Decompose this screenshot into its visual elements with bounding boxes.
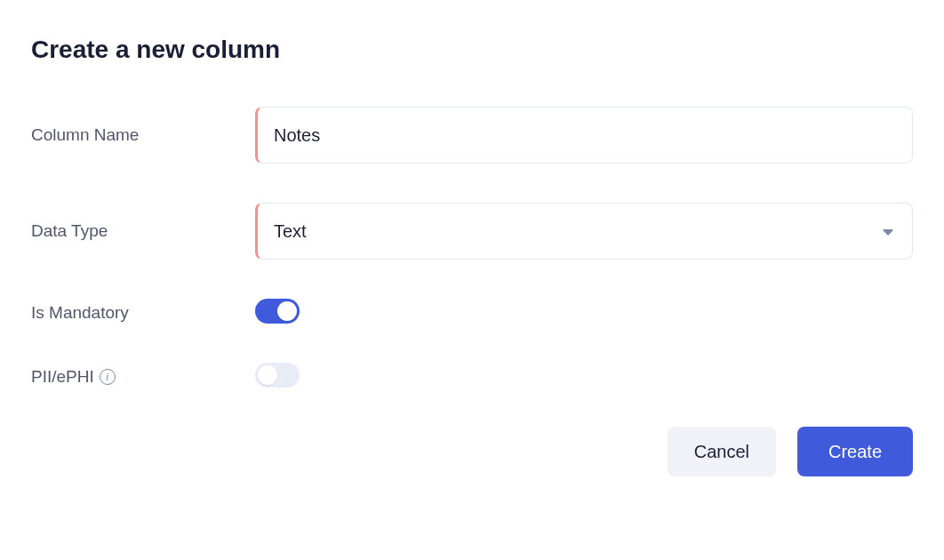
data-type-select[interactable]: Text [255,203,913,260]
toggle-knob [277,301,297,321]
info-icon[interactable]: i [100,369,116,385]
data-type-value: Text [274,221,307,242]
is-mandatory-label: Is Mandatory [31,303,255,323]
is-mandatory-toggle[interactable] [255,299,300,324]
page-title: Create a new column [31,36,913,64]
column-name-row: Column Name [31,107,913,164]
cancel-button[interactable]: Cancel [668,427,776,476]
pii-ephi-label-text: PII/ePHI [31,367,94,387]
data-type-row: Data Type Text [31,203,913,260]
column-name-input[interactable] [255,107,913,164]
data-type-label: Data Type [31,221,255,241]
pii-ephi-label: PII/ePHI i [31,367,255,387]
toggle-knob [258,365,277,385]
column-name-label: Column Name [31,125,255,145]
pii-ephi-toggle[interactable] [255,363,300,388]
is-mandatory-row: Is Mandatory [31,299,913,327]
create-button[interactable]: Create [797,427,913,476]
pii-ephi-row: PII/ePHI i [31,363,913,391]
button-row: Cancel Create [31,427,913,476]
